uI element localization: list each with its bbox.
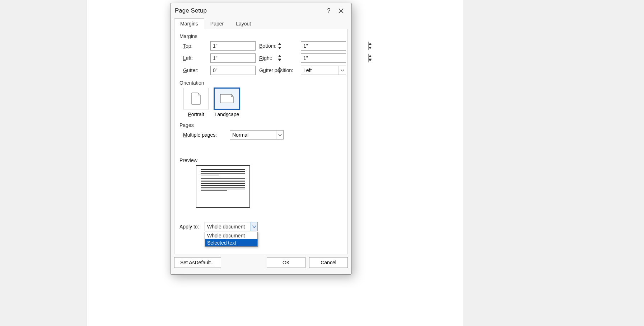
dialog-content: Margins Top: Bottom: [174, 29, 348, 254]
preview-section: Preview [179, 157, 342, 208]
gutter-position-label: Gutter position: [259, 67, 299, 73]
chevron-down-icon[interactable] [339, 66, 346, 75]
multiple-pages-label: Multiple pages: [183, 132, 219, 138]
gutter-position-dropdown[interactable]: Left [301, 66, 346, 75]
landscape-icon [214, 88, 240, 109]
apply-to-value: Whole document [205, 222, 251, 231]
top-field[interactable] [210, 41, 256, 51]
close-button[interactable] [335, 5, 347, 17]
left-label: Left: [183, 55, 208, 61]
chevron-down-icon[interactable] [251, 222, 258, 231]
orientation-landscape[interactable]: Landscape [214, 88, 240, 117]
landscape-label: Landscape [215, 112, 239, 117]
help-button[interactable]: ? [323, 5, 335, 17]
pages-section: Pages Multiple pages: Normal [179, 122, 342, 140]
dialog-title: Page Setup [175, 7, 323, 14]
multiple-pages-dropdown[interactable]: Normal [230, 130, 284, 140]
left-field[interactable] [210, 53, 256, 63]
bottom-label: Bottom: [259, 43, 299, 49]
right-input[interactable] [301, 54, 368, 62]
apply-to-row: Apply to: Whole document Whole document … [179, 222, 342, 231]
tab-bar: Margins Paper Layout [171, 18, 351, 29]
gutter-label: Gutter: [183, 67, 208, 73]
portrait-icon [183, 88, 209, 109]
dialog-titlebar: Page Setup ? [171, 3, 351, 18]
tab-layout[interactable]: Layout [230, 18, 257, 29]
apply-option-selected-text[interactable]: Selected text [205, 239, 257, 246]
spin-down-icon[interactable] [369, 58, 372, 63]
margins-section-label: Margins [179, 33, 342, 39]
apply-to-options: Whole document Selected text [205, 232, 258, 247]
margins-grid: Top: Bottom: Left: [179, 41, 342, 75]
bottom-spin[interactable] [368, 42, 372, 50]
set-as-default-button[interactable]: Set As Default... [174, 257, 221, 268]
margins-section: Margins Top: Bottom: [179, 33, 342, 75]
multiple-pages-value: Normal [230, 131, 276, 139]
apply-to-label: Apply to: [179, 224, 201, 230]
preview-label: Preview [179, 157, 342, 163]
spin-down-icon[interactable] [369, 46, 372, 51]
gutter-field[interactable] [210, 66, 256, 75]
right-label: Right: [259, 55, 299, 61]
bottom-field[interactable] [301, 41, 346, 51]
portrait-label: Portrait [188, 112, 204, 117]
right-spin[interactable] [368, 54, 372, 62]
right-field[interactable] [301, 53, 346, 63]
orientation-label: Orientation [179, 80, 342, 86]
page-setup-dialog: Page Setup ? Margins Paper Layout Margin… [170, 3, 352, 275]
orientation-portrait[interactable]: Portrait [183, 88, 209, 117]
pages-label: Pages [179, 122, 342, 128]
tab-margins[interactable]: Margins [174, 18, 204, 29]
chevron-down-icon[interactable] [276, 131, 283, 139]
tab-paper[interactable]: Paper [204, 18, 230, 29]
bottom-input[interactable] [301, 42, 368, 50]
orientation-section: Orientation Portrait Landscape [179, 80, 342, 117]
dialog-footer: Set As Default... OK Cancel [174, 254, 348, 271]
close-icon [339, 8, 344, 13]
cancel-button[interactable]: Cancel [309, 257, 348, 268]
preview-page-icon [196, 165, 250, 208]
apply-option-whole-document[interactable]: Whole document [205, 232, 257, 239]
top-label: Top: [183, 43, 208, 49]
apply-to-dropdown[interactable]: Whole document [205, 222, 258, 231]
gutter-position-value: Left [301, 66, 339, 75]
spin-up-icon[interactable] [369, 54, 372, 58]
spin-up-icon[interactable] [369, 42, 372, 46]
ok-button[interactable]: OK [267, 257, 305, 268]
